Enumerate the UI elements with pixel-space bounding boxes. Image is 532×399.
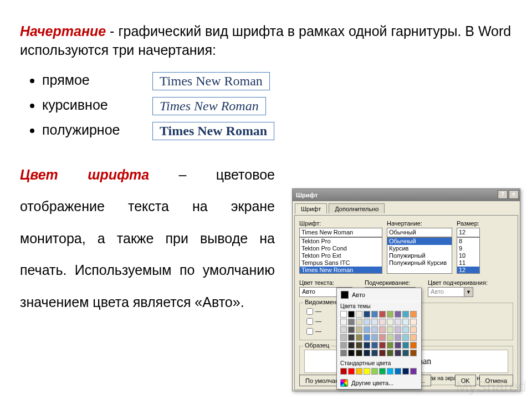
color-swatch[interactable] xyxy=(371,311,378,318)
color-swatch[interactable] xyxy=(356,311,362,318)
size-opt-selected[interactable]: 12 xyxy=(457,267,479,274)
theme-color-grid[interactable] xyxy=(337,310,421,359)
color-swatch[interactable] xyxy=(395,311,401,318)
color-swatch[interactable] xyxy=(371,350,378,356)
size-opt[interactable]: 11 xyxy=(457,259,479,267)
color-swatch[interactable] xyxy=(387,368,393,375)
color-swatch[interactable] xyxy=(410,311,417,318)
color-swatch[interactable] xyxy=(410,319,417,325)
color-swatch[interactable] xyxy=(364,368,370,375)
color-swatch[interactable] xyxy=(410,368,417,375)
size-opt[interactable]: 8 xyxy=(457,238,479,245)
color-swatch[interactable] xyxy=(387,350,393,356)
font-listbox[interactable]: Tekton Pro Tekton Pro Cond Tekton Pro Ex… xyxy=(299,237,382,274)
color-swatch[interactable] xyxy=(340,311,347,318)
color-swatch[interactable] xyxy=(364,342,370,349)
color-swatch[interactable] xyxy=(387,342,393,349)
color-swatch[interactable] xyxy=(395,350,401,356)
style-opt[interactable]: Полужирный Курсив xyxy=(387,259,452,267)
color-swatch[interactable] xyxy=(387,311,393,318)
color-swatch[interactable] xyxy=(356,368,362,375)
color-swatch[interactable] xyxy=(395,334,401,341)
color-swatch[interactable] xyxy=(402,350,409,356)
color-auto-item[interactable]: Авто xyxy=(337,288,421,301)
size-listbox[interactable]: 8 9 10 11 12 xyxy=(457,237,480,274)
color-swatch[interactable] xyxy=(379,319,386,325)
color-swatch[interactable] xyxy=(371,342,378,349)
color-swatch[interactable] xyxy=(340,368,347,375)
color-swatch[interactable] xyxy=(395,319,401,325)
color-swatch[interactable] xyxy=(371,368,378,375)
color-swatch[interactable] xyxy=(371,319,378,325)
close-icon[interactable]: × xyxy=(509,190,519,199)
color-swatch[interactable] xyxy=(340,326,347,333)
size-opt[interactable]: 10 xyxy=(457,252,479,259)
cancel-button[interactable]: Отмена xyxy=(479,375,513,386)
color-swatch[interactable] xyxy=(410,350,417,356)
tab-font[interactable]: Шрифт xyxy=(295,203,327,214)
color-swatch[interactable] xyxy=(402,368,409,375)
color-swatch[interactable] xyxy=(348,311,355,318)
color-swatch[interactable] xyxy=(340,319,347,325)
size-input[interactable]: 12 xyxy=(457,228,480,237)
color-swatch[interactable] xyxy=(379,326,386,333)
color-swatch[interactable] xyxy=(379,350,386,356)
font-opt[interactable]: Tekton Pro xyxy=(300,238,382,245)
color-swatch[interactable] xyxy=(402,311,409,318)
font-opt[interactable]: Tempus Sans ITC xyxy=(300,259,382,267)
color-swatch[interactable] xyxy=(364,319,370,325)
color-swatch[interactable] xyxy=(364,350,370,356)
underline-color-combo[interactable]: Авто ▼ xyxy=(428,287,473,297)
style-opt[interactable]: Полужирный xyxy=(387,252,452,259)
style-opt[interactable]: Курсив xyxy=(387,245,452,252)
color-swatch[interactable] xyxy=(395,342,401,349)
color-swatch[interactable] xyxy=(379,334,386,341)
check-generic[interactable]: — xyxy=(304,326,321,336)
color-swatch[interactable] xyxy=(371,326,378,333)
more-colors-item[interactable]: Другие цвета... xyxy=(337,377,421,389)
color-swatch[interactable] xyxy=(395,368,401,375)
color-swatch[interactable] xyxy=(402,319,409,325)
color-swatch[interactable] xyxy=(395,326,401,333)
ok-button[interactable]: OK xyxy=(455,375,476,386)
color-swatch[interactable] xyxy=(379,368,386,375)
tab-advanced[interactable]: Дополнительно xyxy=(329,203,385,213)
style-opt-selected[interactable]: Обычный xyxy=(387,238,452,245)
color-swatch[interactable] xyxy=(348,326,355,333)
color-swatch[interactable] xyxy=(379,342,386,349)
color-swatch[interactable] xyxy=(410,326,417,333)
color-swatch[interactable] xyxy=(348,334,355,341)
font-input[interactable]: Times New Roman xyxy=(299,228,382,237)
font-opt-selected[interactable]: Times New Roman xyxy=(300,267,382,274)
color-swatch[interactable] xyxy=(340,342,347,349)
color-swatch[interactable] xyxy=(364,334,370,341)
color-swatch[interactable] xyxy=(364,326,370,333)
color-swatch[interactable] xyxy=(348,350,355,356)
font-opt[interactable]: Tekton Pro Ext xyxy=(300,252,382,259)
color-swatch[interactable] xyxy=(348,319,355,325)
font-opt[interactable]: Tekton Pro Cond xyxy=(300,245,382,252)
color-swatch[interactable] xyxy=(348,342,355,349)
color-swatch[interactable] xyxy=(348,368,355,375)
color-swatch[interactable] xyxy=(356,342,362,349)
help-icon[interactable]: ? xyxy=(498,190,508,199)
color-swatch[interactable] xyxy=(410,342,417,349)
check-generic[interactable]: — xyxy=(304,306,321,316)
std-color-row[interactable] xyxy=(337,367,421,377)
color-swatch[interactable] xyxy=(379,311,386,318)
color-swatch[interactable] xyxy=(402,334,409,341)
color-swatch[interactable] xyxy=(340,334,347,341)
color-swatch[interactable] xyxy=(402,342,409,349)
chevron-down-icon[interactable]: ▼ xyxy=(464,287,473,297)
color-swatch[interactable] xyxy=(356,326,362,333)
color-swatch[interactable] xyxy=(340,350,347,356)
color-swatch[interactable] xyxy=(356,334,362,341)
color-swatch[interactable] xyxy=(410,334,417,341)
style-listbox[interactable]: Обычный Курсив Полужирный Полужирный Кур… xyxy=(387,237,452,274)
color-swatch[interactable] xyxy=(387,334,393,341)
check-generic[interactable]: — xyxy=(304,316,321,326)
color-swatch[interactable] xyxy=(387,319,393,325)
color-swatch[interactable] xyxy=(356,319,362,325)
color-swatch[interactable] xyxy=(402,326,409,333)
style-input[interactable]: Обычный xyxy=(387,228,452,237)
